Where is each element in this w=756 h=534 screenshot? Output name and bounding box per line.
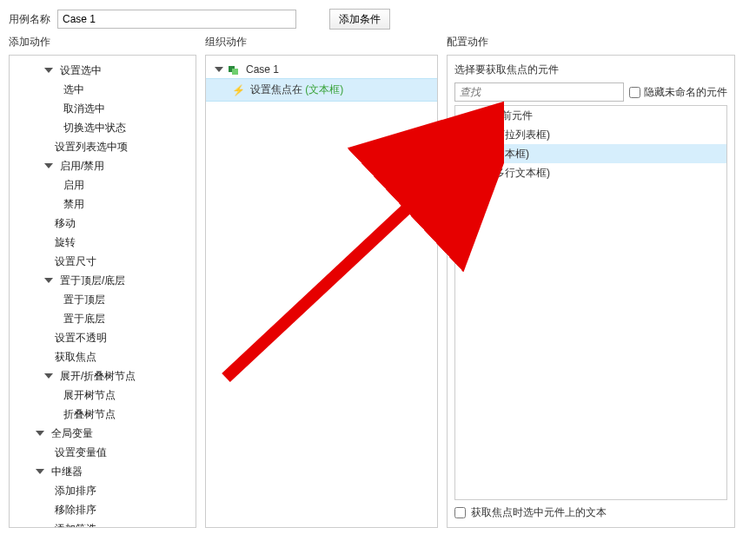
- tree-label: 添加排序: [55, 483, 96, 498]
- tree-label: 设置选中: [60, 63, 102, 78]
- widget-label: (下拉列表框): [491, 127, 550, 142]
- tree-label: 添加筛选: [55, 521, 96, 527]
- action-label: 设置焦点在: [250, 83, 305, 96]
- triangle-down-icon: [36, 469, 44, 474]
- add-condition-button[interactable]: 添加条件: [329, 9, 390, 30]
- tree-item[interactable]: 设置列表选中项: [10, 137, 196, 156]
- tree-item[interactable]: 取消选中: [10, 99, 196, 118]
- tree-label: 置于顶层/底层: [60, 273, 125, 288]
- widget-label: 当前元件: [491, 108, 533, 123]
- tree-label: 置于顶层: [63, 292, 105, 307]
- tree-label: 取消选中: [63, 101, 105, 116]
- tree-group-set-selected[interactable]: 设置选中: [10, 61, 196, 80]
- tree-group-enable-disable[interactable]: 启用/禁用: [10, 156, 196, 175]
- tree-label: 获取焦点: [55, 349, 96, 365]
- tree-item[interactable]: 旋转: [10, 233, 196, 252]
- tree-item[interactable]: 展开树节点: [10, 386, 196, 405]
- action-target: (文本框): [305, 83, 343, 96]
- tree-label: 设置不透明: [55, 330, 107, 346]
- triangle-down-icon: [44, 373, 53, 379]
- tree-label: 移动: [55, 215, 76, 231]
- tree-label: 旋转: [55, 234, 76, 250]
- widget-item-droplist[interactable]: (下拉列表框): [455, 125, 726, 144]
- bolt-icon: ⚡: [232, 84, 245, 96]
- tree-label: 启用/禁用: [60, 158, 104, 174]
- widget-item-current[interactable]: 当前元件: [455, 106, 726, 125]
- tree-item[interactable]: 添加筛选: [10, 519, 196, 527]
- tree-item[interactable]: 置于底层: [10, 309, 196, 328]
- widget-checkbox[interactable]: [474, 110, 486, 122]
- triangle-down-icon: [215, 67, 223, 72]
- tree-item[interactable]: 折叠树节点: [10, 405, 196, 424]
- tree-item[interactable]: 设置不透明: [10, 328, 196, 347]
- hide-unnamed-checkbox-label[interactable]: 隐藏未命名的元件: [629, 85, 727, 100]
- tree-label: 置于底层: [63, 311, 105, 326]
- action-node-set-focus[interactable]: ⚡ 设置焦点在 (文本框): [206, 78, 437, 102]
- tree-item[interactable]: 设置变量值: [10, 443, 196, 462]
- widget-label: (文本框): [491, 146, 529, 162]
- widget-item-textbox[interactable]: (文本框): [455, 144, 726, 163]
- widget-list[interactable]: 当前元件 (下拉列表框) (文本框) (多行文本框): [454, 105, 727, 500]
- select-focus-widget-title: 选择要获取焦点的元件: [454, 63, 727, 77]
- hide-unnamed-checkbox[interactable]: [629, 87, 640, 98]
- triangle-down-icon: [36, 431, 44, 436]
- triangle-down-icon: [44, 278, 53, 283]
- widget-label: (多行文本框): [491, 165, 550, 181]
- tree-item[interactable]: 启用: [10, 175, 196, 194]
- widget-checkbox[interactable]: [474, 129, 486, 141]
- tree-item[interactable]: 设置尺寸: [10, 252, 196, 271]
- tree-group-tree-expand[interactable]: 展开/折叠树节点: [10, 366, 196, 386]
- tree-label: 禁用: [63, 196, 84, 212]
- tree-item[interactable]: 切换选中状态: [10, 118, 196, 137]
- organize-action-title: 组织动作: [205, 35, 438, 49]
- tree-label: 展开/折叠树节点: [60, 368, 136, 384]
- tree-group-repeater[interactable]: 中继器: [10, 462, 196, 481]
- tree-item[interactable]: 移动: [10, 214, 196, 233]
- tree-item[interactable]: 置于顶层: [10, 290, 196, 309]
- tree-item[interactable]: 禁用: [10, 194, 196, 214]
- tree-label: 设置尺寸: [55, 254, 96, 269]
- tree-item[interactable]: 选中: [10, 80, 196, 99]
- tree-item[interactable]: 获取焦点: [10, 347, 196, 366]
- tree-label: 全局变量: [51, 425, 93, 441]
- case-icon: [229, 64, 241, 75]
- tree-group-bring[interactable]: 置于顶层/底层: [10, 271, 196, 290]
- tree-item[interactable]: 移除排序: [10, 500, 196, 519]
- triangle-down-icon: [44, 68, 53, 73]
- triangle-down-icon: [44, 163, 53, 168]
- tree-label: 启用: [63, 177, 84, 193]
- tree-label: 设置列表选中项: [55, 139, 128, 155]
- tree-item[interactable]: 添加排序: [10, 481, 196, 500]
- select-text-on-focus-checkbox[interactable]: [454, 507, 466, 518]
- add-action-tree[interactable]: 设置选中 选中 取消选中 切换选中状态 设置列表选中项 启用/禁用 启用 禁用 …: [10, 56, 196, 527]
- tree-label: 展开树节点: [63, 387, 116, 403]
- case-name-input[interactable]: [57, 10, 296, 29]
- tree-label: 中继器: [51, 464, 83, 479]
- widget-item-textarea[interactable]: (多行文本框): [455, 163, 726, 182]
- tree-label: 切换选中状态: [63, 120, 126, 135]
- case-node[interactable]: Case 1: [206, 61, 437, 78]
- tree-label: 选中: [63, 82, 84, 97]
- case-name-label: 用例名称: [9, 12, 50, 27]
- tree-group-global-vars[interactable]: 全局变量: [10, 424, 196, 443]
- hide-unnamed-text: 隐藏未命名的元件: [644, 85, 727, 100]
- widget-checkbox[interactable]: [474, 148, 486, 160]
- add-action-title: 添加动作: [9, 35, 196, 49]
- case-name-text: Case 1: [246, 63, 279, 76]
- tree-label: 移除排序: [55, 502, 96, 518]
- tree-label: 折叠树节点: [63, 406, 116, 422]
- configure-action-title: 配置动作: [447, 35, 735, 49]
- tree-label: 设置变量值: [55, 445, 107, 460]
- widget-search-input[interactable]: [454, 82, 624, 102]
- select-text-on-focus-label: 获取焦点时选中元件上的文本: [471, 505, 607, 520]
- widget-checkbox[interactable]: [474, 168, 486, 179]
